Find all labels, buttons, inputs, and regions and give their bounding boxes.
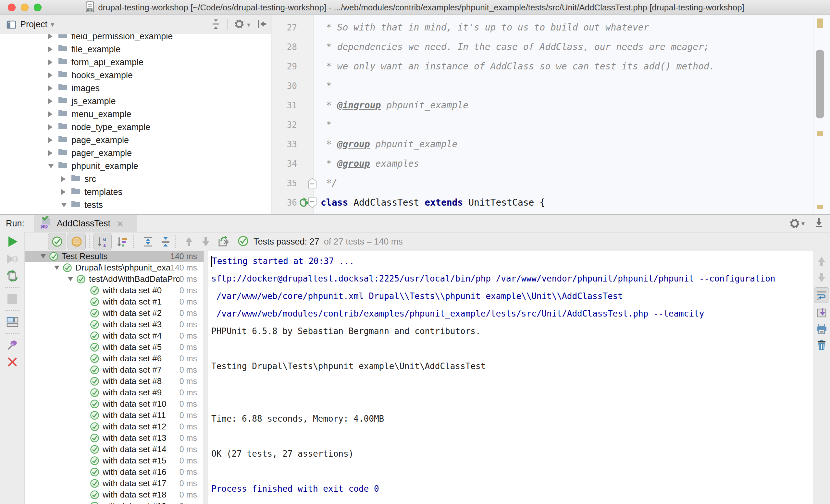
project-tree-item[interactable]: pager_example	[0, 146, 271, 160]
test-tree-row[interactable]: with data set #20 ms	[25, 307, 203, 319]
tree-collapse-arrow-icon[interactable]	[68, 277, 76, 281]
stop-button[interactable]	[0, 291, 24, 307]
test-tree-row[interactable]: with data set #100 ms	[25, 398, 203, 410]
tree-expand-arrow-icon[interactable]	[61, 189, 70, 195]
project-tree-item[interactable]: file_example	[0, 43, 271, 56]
test-tree-row[interactable]: with data set #90 ms	[25, 387, 203, 398]
project-tree-item[interactable]: js_example	[0, 95, 271, 108]
tree-expand-arrow-icon[interactable]	[48, 150, 57, 156]
test-tree-row[interactable]: with data set #110 ms	[25, 410, 203, 421]
test-tree-row[interactable]: with data set #80 ms	[25, 376, 203, 387]
editor-line[interactable]: * dependencies we need. In the case of A…	[314, 37, 813, 57]
tree-collapse-arrow-icon[interactable]	[48, 164, 57, 168]
down-stacktrace-button[interactable]	[813, 270, 830, 286]
hide-panel-icon[interactable]	[256, 19, 266, 31]
project-panel-title[interactable]: Project	[20, 20, 47, 30]
editor-line[interactable]	[314, 15, 813, 18]
collapse-all-button[interactable]	[210, 19, 221, 31]
editor-code-area[interactable]: * So with that in mind, it's up to us to…	[314, 15, 813, 214]
test-tree-row[interactable]: with data set #150 ms	[25, 455, 203, 466]
next-failed-test-button[interactable]	[197, 233, 215, 250]
test-tree-row[interactable]: with data set #00 ms	[25, 285, 203, 296]
test-console-output[interactable]: Testing started at 20:37 ...sftp://docke…	[208, 251, 813, 504]
test-tree-row[interactable]: with data set #120 ms	[25, 421, 203, 432]
close-tab-icon[interactable]: ×	[117, 218, 123, 229]
project-tree-item[interactable]: hooks_example	[0, 69, 271, 82]
test-tree-row[interactable]: with data set #50 ms	[25, 341, 203, 353]
project-tree-item[interactable]: page_example	[0, 134, 271, 146]
error-stripe-mark[interactable]	[817, 19, 823, 28]
restore-layout-button[interactable]	[0, 314, 24, 331]
tree-collapse-arrow-icon[interactable]	[54, 266, 63, 270]
tree-expand-arrow-icon[interactable]	[48, 124, 57, 130]
editor-line[interactable]: * we only want an instance of AddClass s…	[314, 57, 813, 76]
test-tree-row[interactable]: with data set #170 ms	[25, 478, 203, 489]
rerun-button[interactable]	[0, 232, 24, 251]
tree-expand-arrow-icon[interactable]	[48, 46, 57, 52]
sort-alphabetically-button[interactable]: az	[94, 233, 111, 250]
editor-line[interactable]: * @ingroup phpunit_example	[314, 96, 813, 115]
error-stripe-mark[interactable]	[817, 131, 823, 136]
test-tree-row[interactable]: with data set #60 ms	[25, 353, 203, 364]
project-tree-item[interactable]: templates	[0, 186, 271, 199]
expand-all-button[interactable]	[139, 233, 157, 250]
test-tree-row[interactable]: testAddWithBadDataProvid0 ms	[25, 273, 203, 285]
gear-icon[interactable]: ▾	[789, 217, 805, 230]
tree-expand-arrow-icon[interactable]	[48, 72, 57, 78]
scrollbar-thumb[interactable]	[816, 49, 824, 119]
rerun-failed-tests-button[interactable]	[0, 251, 24, 268]
previous-failed-test-button[interactable]	[180, 233, 198, 250]
error-stripe-mark[interactable]	[817, 205, 823, 209]
test-tree-row[interactable]: with data set #10 ms	[25, 296, 203, 307]
tree-expand-arrow-icon[interactable]	[48, 98, 57, 104]
tree-expand-arrow-icon[interactable]	[61, 176, 70, 182]
show-passed-button[interactable]	[48, 233, 66, 250]
gear-icon[interactable]	[233, 18, 245, 31]
project-tree-item[interactable]: node_type_example	[0, 121, 271, 134]
soft-wrap-button[interactable]	[813, 286, 830, 305]
chevrons-more[interactable]: »	[223, 235, 229, 247]
print-button[interactable]	[813, 321, 830, 337]
tree-collapse-arrow-icon[interactable]	[61, 203, 70, 207]
tree-expand-arrow-icon[interactable]	[48, 111, 57, 117]
project-tree-item[interactable]: tests	[0, 199, 271, 211]
sort-by-duration-button[interactable]	[113, 233, 131, 250]
test-tree-row[interactable]: with data set #160 ms	[25, 466, 203, 478]
scroll-to-end-button[interactable]	[813, 305, 830, 321]
toggle-auto-test-button[interactable]	[0, 268, 24, 284]
project-tree-item[interactable]: field_permission_example	[0, 34, 271, 43]
editor-line[interactable]: class AddClassTest extends UnitTestCase …	[314, 193, 813, 212]
test-tree-row[interactable]: Test Results140 ms	[25, 251, 203, 262]
tree-expand-arrow-icon[interactable]	[48, 85, 57, 91]
editor-line[interactable]: *	[314, 76, 813, 96]
tree-expand-arrow-icon[interactable]	[48, 59, 57, 65]
test-tree-row[interactable]: with data set #40 ms	[25, 330, 203, 341]
pin-tab-button[interactable]	[0, 337, 24, 354]
chevron-down-icon[interactable]: ▾	[247, 21, 250, 29]
editor-scrollbar-track[interactable]	[813, 15, 830, 214]
test-tree-row[interactable]: with data set #180 ms	[25, 489, 203, 500]
run-tab-addclasstest[interactable]: php AddClassTest ×	[34, 215, 137, 232]
collapse-all-button[interactable]	[156, 233, 174, 250]
up-stacktrace-button[interactable]	[813, 253, 830, 270]
hide-panel-icon[interactable]	[813, 217, 825, 230]
project-tree-item[interactable]: form_api_example	[0, 56, 271, 69]
project-tree-item[interactable]: src	[0, 172, 271, 186]
editor-line[interactable]: *	[314, 115, 813, 135]
editor-line[interactable]: * @group examples	[314, 154, 813, 173]
editor-line[interactable]: */	[314, 173, 813, 193]
tree-expand-arrow-icon[interactable]	[48, 137, 57, 143]
project-tree-item[interactable]: menu_example	[0, 108, 271, 121]
show-ignored-button[interactable]	[67, 233, 86, 250]
close-button[interactable]	[0, 354, 24, 370]
test-tree-row[interactable]: with data set #140 ms	[25, 444, 203, 455]
test-tree-row[interactable]: with data set #130 ms	[25, 432, 203, 444]
test-tree-row[interactable]: with data set #30 ms	[25, 319, 203, 330]
tree-expand-arrow-icon[interactable]	[48, 34, 57, 39]
project-tree-item[interactable]: phpunit_example	[0, 160, 271, 172]
editor-line[interactable]: * So with that in mind, it's up to us to…	[314, 18, 813, 37]
test-tree-row[interactable]: with data set #70 ms	[25, 364, 203, 376]
chevron-down-icon[interactable]: ▾	[51, 21, 54, 29]
test-tree-row[interactable]: Drupal\Tests\phpunit_examp140 ms	[25, 262, 203, 273]
code-editor[interactable]: 2627282930313233343536 * So with that in…	[272, 15, 830, 214]
